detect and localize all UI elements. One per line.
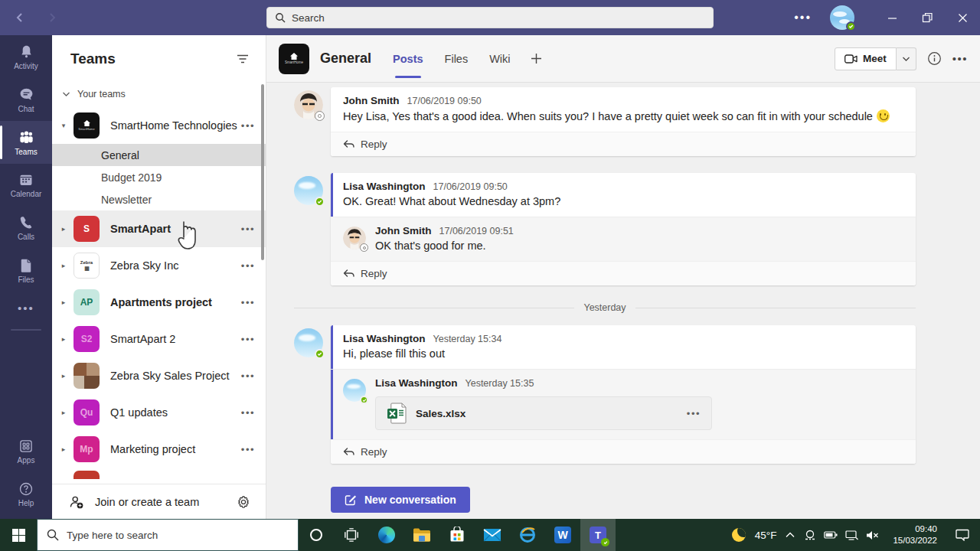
attachment-options-icon[interactable]: ••• [687,408,701,419]
rail-item-calls[interactable]: Calls [0,207,52,249]
teams-app-icon: T [590,527,606,543]
taskbar-search-box[interactable] [37,519,299,551]
cortana-icon [309,527,324,543]
channel-info-icon[interactable] [927,51,942,66]
rail-more-apps-icon[interactable]: ••• [0,292,52,323]
meet-dropdown-button[interactable] [897,47,916,70]
rail-item-teams[interactable]: Teams [0,121,52,164]
rail-label: Calendar [11,190,42,198]
channel-more-options-icon[interactable]: ••• [952,52,968,65]
add-tab-icon[interactable] [531,53,542,64]
volume-muted-icon[interactable] [866,530,879,540]
back-icon[interactable] [11,8,29,27]
team-row-zebra-sky-sales[interactable]: ▸ Zebra Sky Sales Project ••• [52,357,266,394]
reply-button[interactable]: Reply [331,132,916,156]
tab-files[interactable]: Files [445,35,469,83]
sidebar-scrollbar[interactable] [261,84,264,260]
team-name: Q1 updates [110,406,241,419]
channel-row-newsletter[interactable]: Newsletter [52,188,266,210]
team-options-icon[interactable]: ••• [241,407,255,419]
file-attachment[interactable]: Sales.xlsx ••• [375,396,712,430]
weather-moon-icon[interactable] [732,528,746,542]
taskbar-search-input[interactable] [67,530,289,541]
team-options-icon[interactable]: ••• [241,370,255,382]
team-options-icon[interactable]: ••• [241,260,255,272]
team-row-smarthome[interactable]: ▾ SmartHome SmartHome Technologies ••• [52,107,266,144]
reply-author: John Smith [375,225,432,236]
close-button[interactable] [945,0,980,35]
rail-label: Apps [18,456,35,465]
rail-item-apps[interactable]: Apps [0,430,52,473]
team-row-marketing-project[interactable]: ▸ Mp Marketing project ••• [52,431,266,468]
join-create-team-button[interactable]: Join or create a team [95,496,226,508]
app-rail: Activity Chat Teams Calendar Calls Files… [0,35,52,519]
team-options-icon[interactable]: ••• [241,297,255,308]
reply-button[interactable]: Reply [331,439,916,464]
user-avatar[interactable] [830,5,854,30]
restore-button[interactable] [910,0,945,35]
tab-wiki[interactable]: Wiki [489,35,510,83]
microsoft-store-button[interactable] [439,519,475,551]
channel-row-budget-2019[interactable]: Budget 2019 [52,166,266,188]
sidebar-title: Teams [70,51,116,67]
more-options-icon[interactable]: ••• [780,11,825,24]
rail-label: Calls [18,233,34,241]
team-options-icon[interactable]: ••• [241,334,255,345]
message-author: Lisa Washington [343,333,426,344]
team-name: SmartApart [110,223,241,235]
edge-button[interactable] [369,519,404,551]
filter-icon[interactable] [237,54,249,64]
tray-expand-icon[interactable] [786,532,795,538]
channel-row-general[interactable]: General [52,144,266,166]
compose-icon [345,494,357,506]
forward-icon[interactable] [43,8,61,27]
action-center-icon[interactable] [951,529,974,541]
team-options-icon[interactable]: ••• [241,120,255,132]
team-row-smartapart[interactable]: ▸ S SmartApart ••• [52,210,266,247]
teams-taskbar-button[interactable]: T [580,519,616,551]
team-row-smartapart-2[interactable]: ▸ S2 SmartApart 2 ••• [52,321,266,357]
team-options-icon[interactable]: ••• [241,223,255,235]
rail-item-files[interactable]: Files [0,249,52,292]
rail-divider [11,329,41,331]
rail-item-calendar[interactable]: Calendar [0,164,52,207]
tab-posts[interactable]: Posts [393,35,423,83]
team-options-icon[interactable]: ••• [241,444,255,455]
rail-item-help[interactable]: Help [0,473,52,516]
message-timestamp: Yesterday 15:34 [433,334,502,344]
team-avatar: AP [74,289,100,315]
team-row-zebra-sky-inc[interactable]: ▸ Zebra▦ Zebra Sky Inc ••• [52,247,266,284]
rail-label: Teams [15,148,37,156]
minimize-button[interactable] [874,0,910,35]
internet-explorer-button[interactable] [510,519,545,551]
team-row-q1-updates[interactable]: ▸ Qu Q1 updates ••• [52,394,266,431]
start-button[interactable] [0,519,37,551]
chevron-right-icon: ▸ [58,262,69,269]
battery-icon[interactable] [824,530,838,540]
message-thread: Lisa Washington Yesterday 15:34 Hi, plea… [294,325,916,464]
rail-label: Activity [14,62,38,70]
tray-screen-icon[interactable] [804,530,816,540]
new-conversation-button[interactable]: New conversation [331,487,470,513]
rail-item-activity[interactable]: Activity [0,35,52,78]
word-button[interactable]: W [545,519,580,551]
search-input[interactable] [292,12,705,24]
smiley-emoji-icon [877,109,890,122]
manage-teams-gear-icon[interactable] [237,495,250,509]
your-teams-section[interactable]: Your teams [52,78,266,107]
mail-button[interactable] [475,519,510,551]
network-icon[interactable] [845,530,858,540]
app-search-bar[interactable] [266,7,714,28]
presence-available-icon [846,21,856,31]
cortana-button[interactable] [299,519,334,551]
weather-temperature[interactable]: 45°F [755,530,777,541]
message-card: John Smith 17/06/2019 09:50 Hey Lisa, Ye… [331,87,916,156]
team-row-apartments-project[interactable]: ▸ AP Apartments project ••• [52,284,266,321]
file-explorer-button[interactable] [404,519,439,551]
rail-item-chat[interactable]: Chat [0,78,52,121]
chevron-right-icon: ▸ [58,445,69,453]
meet-button[interactable]: Meet [835,47,897,70]
taskbar-clock[interactable]: 09:40 15/03/2022 [888,523,942,546]
reply-button[interactable]: Reply [331,261,916,285]
task-view-button[interactable] [334,519,369,551]
